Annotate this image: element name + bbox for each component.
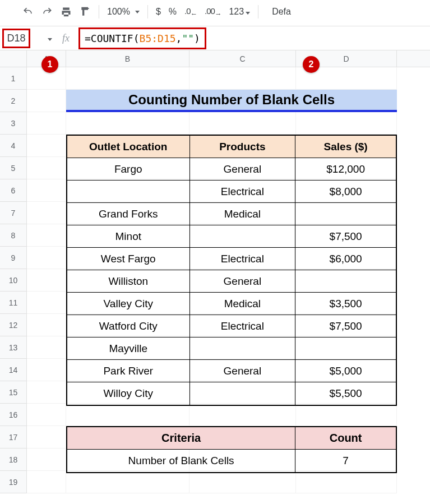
currency-button[interactable]: $ [156, 7, 161, 17]
cell[interactable] [296, 112, 397, 135]
cell[interactable] [189, 67, 296, 90]
table-cell[interactable]: Williston [67, 270, 190, 293]
table-cell[interactable]: General [190, 270, 296, 293]
row-header[interactable]: 12 [0, 314, 27, 336]
cell[interactable] [27, 359, 66, 381]
cell[interactable] [27, 67, 66, 90]
table-cell[interactable] [190, 382, 296, 405]
cell[interactable] [27, 157, 66, 179]
table-cell[interactable]: $6,000 [295, 248, 396, 270]
row-header[interactable]: 6 [0, 179, 27, 202]
table-cell[interactable]: Medical [190, 293, 296, 315]
number-format-select[interactable]: 123 [229, 7, 250, 17]
row-header[interactable]: 10 [0, 269, 27, 292]
cell[interactable] [27, 90, 66, 112]
row-header[interactable]: 3 [0, 112, 27, 135]
undo-icon[interactable] [22, 6, 34, 17]
row-header[interactable]: 5 [0, 157, 27, 179]
cell[interactable] [27, 202, 66, 224]
table-cell[interactable] [67, 181, 190, 203]
row-header[interactable]: 4 [0, 135, 27, 157]
formula-input[interactable]: =COUNTIF(B5:D15,"") [78, 27, 206, 49]
table-cell[interactable] [190, 337, 296, 360]
table-cell[interactable]: Electrical [190, 181, 296, 203]
cell[interactable] [66, 112, 189, 135]
table-cell[interactable]: Minot [67, 225, 190, 248]
cell[interactable] [296, 471, 397, 493]
decrease-decimal-button[interactable]: .0← [184, 6, 197, 18]
col-header-B[interactable]: B [66, 50, 189, 67]
table-cell[interactable]: $8,000 [295, 181, 396, 203]
row-header[interactable]: 2 [0, 90, 27, 112]
table-cell[interactable]: Watford City [67, 315, 190, 337]
col-header-C[interactable]: C [189, 50, 296, 67]
table-cell[interactable]: $7,500 [295, 225, 396, 248]
cell[interactable] [27, 269, 66, 292]
cell[interactable] [189, 112, 296, 135]
row-header[interactable]: 13 [0, 336, 27, 359]
cell[interactable] [27, 247, 66, 269]
cell[interactable] [27, 179, 66, 202]
table-cell[interactable]: $3,500 [295, 293, 396, 315]
cell[interactable] [66, 67, 189, 90]
cell[interactable] [27, 426, 66, 448]
table-cell[interactable]: Valley City [67, 293, 190, 315]
cell[interactable] [189, 404, 296, 426]
cell[interactable] [296, 404, 397, 426]
cell[interactable] [189, 471, 296, 493]
cell[interactable] [27, 448, 66, 471]
zoom-select[interactable]: 100% [107, 7, 140, 17]
row-header[interactable]: 14 [0, 359, 27, 381]
table-cell[interactable]: $7,500 [295, 315, 396, 337]
table-cell[interactable]: Park River [67, 360, 190, 382]
table-cell[interactable]: General [190, 360, 296, 382]
row-header[interactable]: 15 [0, 381, 27, 404]
table-cell[interactable]: Willoy City [67, 382, 190, 405]
table-cell[interactable] [190, 225, 296, 248]
table-cell[interactable]: Medical [190, 203, 296, 225]
cell[interactable] [27, 224, 66, 247]
row-header[interactable]: 17 [0, 426, 27, 448]
cell[interactable] [27, 135, 66, 157]
count-value[interactable]: 7 [295, 450, 396, 472]
table-cell[interactable]: Mayville [67, 337, 190, 360]
table-cell[interactable]: Fargo [67, 158, 190, 181]
increase-decimal-button[interactable]: .00→ [205, 6, 221, 18]
name-box-dropdown[interactable] [46, 33, 52, 43]
row-header[interactable]: 19 [0, 471, 27, 493]
cell[interactable] [27, 314, 66, 336]
table-cell[interactable] [295, 270, 396, 293]
cell[interactable] [66, 404, 189, 426]
row-header[interactable]: 16 [0, 404, 27, 426]
paint-format-icon[interactable] [80, 6, 91, 17]
table-cell[interactable]: $12,000 [295, 158, 396, 181]
font-select[interactable]: Defa [272, 7, 291, 17]
table-cell[interactable]: West Fargo [67, 248, 190, 270]
percent-button[interactable]: % [169, 7, 177, 17]
table-cell[interactable]: $5,500 [295, 382, 396, 405]
cell[interactable] [66, 471, 189, 493]
cell[interactable] [27, 336, 66, 359]
redo-icon[interactable] [41, 6, 53, 17]
row-header[interactable]: 18 [0, 448, 27, 471]
table-cell[interactable] [295, 337, 396, 360]
criteria-label[interactable]: Number of Blank Cells [67, 450, 295, 472]
row-header[interactable]: 7 [0, 202, 27, 224]
cell[interactable] [296, 67, 397, 90]
row-header[interactable]: 8 [0, 224, 27, 247]
print-icon[interactable] [61, 6, 72, 17]
name-box[interactable]: D18 [2, 29, 30, 48]
table-cell[interactable]: General [190, 158, 296, 181]
cell[interactable] [27, 381, 66, 404]
row-header[interactable]: 11 [0, 292, 27, 314]
table-cell[interactable]: Electrical [190, 248, 296, 270]
cell[interactable] [27, 471, 66, 493]
cell[interactable] [27, 292, 66, 314]
table-cell[interactable] [295, 203, 396, 225]
row-header[interactable]: 1 [0, 67, 27, 90]
row-header[interactable]: 9 [0, 247, 27, 269]
table-cell[interactable]: $5,000 [295, 360, 396, 382]
select-all-corner[interactable] [0, 50, 27, 67]
table-cell[interactable]: Grand Forks [67, 203, 190, 225]
cell[interactable] [27, 112, 66, 135]
